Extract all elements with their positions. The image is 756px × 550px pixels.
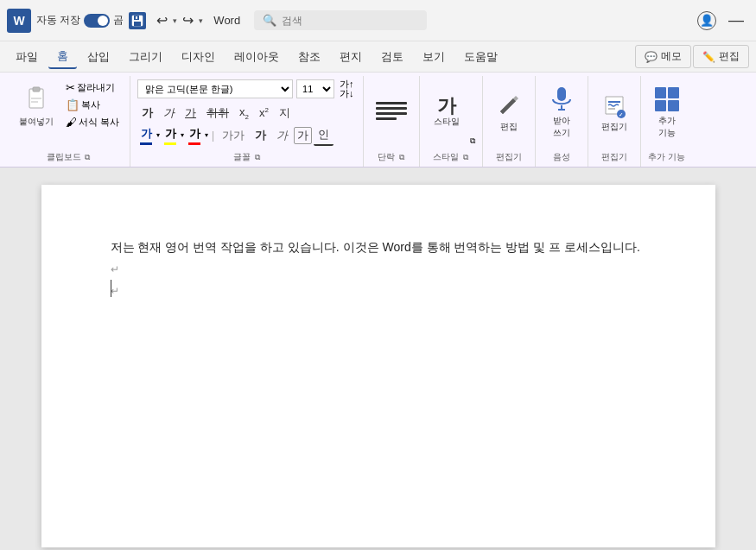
font-name-select[interactable]: 맑은 고딕(본문 한글) <box>137 79 293 98</box>
user-icon[interactable]: 👤 <box>697 11 716 30</box>
document-text[interactable]: 저는 현재 영어 번역 작업을 하고 있습니다. 이것은 Word를 통해 번역… <box>111 237 646 302</box>
svg-rect-2 <box>134 22 141 26</box>
edit-button[interactable]: 편집 <box>490 88 528 136</box>
text-style1-button[interactable]: 가가 <box>218 126 249 145</box>
svg-rect-3 <box>136 16 137 19</box>
microphone-icon <box>548 85 575 113</box>
autosave-toggle[interactable] <box>84 14 110 28</box>
app-title: Word <box>213 14 240 27</box>
undo-dropdown[interactable]: ▾ <box>171 15 179 27</box>
text-style2-button[interactable]: 가 <box>251 126 270 145</box>
toggle-label: 곰 <box>113 13 124 28</box>
save-button[interactable] <box>129 12 146 29</box>
svg-rect-6 <box>31 98 41 99</box>
paragraph-expand-icon[interactable]: ⧉ <box>399 153 404 161</box>
pilcrow-1: ↵ <box>111 263 119 275</box>
redo-dropdown[interactable]: ▾ <box>197 15 205 27</box>
text-color-button[interactable]: 가 <box>186 125 203 146</box>
svg-rect-9 <box>376 107 407 110</box>
menu-bar: 파일 홈 삽입 그리기 디자인 레이아웃 참조 편지 검토 보기 도움말 💬 메… <box>0 41 756 73</box>
bold-button[interactable]: 가 <box>137 104 157 123</box>
search-input[interactable] <box>282 15 418 27</box>
subscript-button[interactable]: x2 <box>235 103 253 123</box>
menu-layout[interactable]: 레이아웃 <box>226 46 288 68</box>
voice-group: 받아쓰기 음성 <box>536 76 588 167</box>
font-expand-icon[interactable]: ⧉ <box>255 153 260 161</box>
svg-rect-18 <box>668 87 679 98</box>
menu-references[interactable]: 참조 <box>289 46 329 68</box>
editor-button[interactable]: ✓ 편집기 <box>595 88 633 136</box>
underline-button[interactable]: 가 <box>181 104 200 123</box>
menu-design[interactable]: 디자인 <box>173 46 224 68</box>
voice-button[interactable]: 받아쓰기 <box>543 82 581 142</box>
font-size-down[interactable]: 가↓ <box>338 89 356 98</box>
ribbon: 붙여넣기 ✂ 잘라내기 📋 복사 🖌 서식 복사 클립보드 ⧉ <box>0 73 756 168</box>
svg-rect-7 <box>31 101 38 103</box>
svg-rect-19 <box>655 100 666 111</box>
svg-rect-10 <box>376 112 407 115</box>
format-painter-button[interactable]: 🖌 서식 복사 <box>62 114 123 130</box>
comment-icon: 💬 <box>645 51 658 63</box>
text-cursor <box>111 280 111 297</box>
clipboard-label: 클립보드 ⧉ <box>14 149 123 167</box>
superscript-button[interactable]: x2 <box>255 104 273 123</box>
minimize-button[interactable]: — <box>723 11 749 29</box>
svg-rect-12 <box>557 87 566 101</box>
undo-redo-group: ↩ ▾ ↪ ▾ <box>155 10 205 30</box>
text-color-icon: 가 <box>189 126 200 142</box>
styles-label-bottom: 스타일 ⧉ <box>427 149 475 167</box>
menu-draw[interactable]: 그리기 <box>120 46 171 68</box>
clear-format-button[interactable]: 지 <box>275 104 295 123</box>
menu-review[interactable]: 검토 <box>372 46 412 68</box>
highlight-button[interactable]: 가 <box>162 125 179 146</box>
strikethrough-button[interactable]: 취취 <box>202 104 233 123</box>
paragraph-label: 단락 ⧉ <box>371 149 412 167</box>
menu-mailings[interactable]: 편지 <box>331 46 371 68</box>
menu-view[interactable]: 보기 <box>414 46 454 68</box>
scissors-icon: ✂ <box>66 81 75 94</box>
border-button[interactable]: 인 <box>314 125 334 146</box>
addfeature-button[interactable]: 추가기능 <box>648 82 686 142</box>
undo-button[interactable]: ↩ <box>155 10 169 30</box>
font-size-select[interactable]: 11 <box>296 79 334 98</box>
font-color-dropdown[interactable]: ▾ <box>156 131 160 139</box>
autosave-label: 자동 저장 <box>36 13 80 28</box>
styles-button[interactable]: 가 스타일 <box>427 93 467 131</box>
edit-mode-button[interactable]: ✏️ 편집 <box>693 45 749 68</box>
cut-button[interactable]: ✂ 잘라내기 <box>62 79 123 96</box>
font-label: 글꼴 ⧉ <box>137 149 356 167</box>
menu-home[interactable]: 홈 <box>48 45 77 69</box>
highlight-icon: 가 <box>165 126 176 142</box>
paragraph-1[interactable]: 저는 현재 영어 번역 작업을 하고 있습니다. 이것은 Word를 통해 번역… <box>111 237 646 280</box>
svg-rect-5 <box>33 87 40 92</box>
text-color-dropdown[interactable]: ▾ <box>205 131 208 139</box>
clipboard-group: 붙여넣기 ✂ 잘라내기 📋 복사 🖌 서식 복사 클립보드 ⧉ <box>7 76 130 167</box>
clipboard-small-actions: ✂ 잘라내기 📋 복사 🖌 서식 복사 <box>62 79 123 130</box>
outline-button[interactable]: 가 <box>294 127 312 144</box>
styles-group: 가 스타일 ⧉ 스타일 ⧉ <box>420 76 483 167</box>
menu-file[interactable]: 파일 <box>7 46 47 68</box>
text-style3-button[interactable]: 가 <box>272 126 292 145</box>
copy-button[interactable]: 📋 복사 <box>62 97 123 113</box>
redo-button[interactable]: ↪ <box>181 10 195 30</box>
search-box[interactable]: 🔍 <box>254 10 427 30</box>
comment-button[interactable]: 💬 메모 <box>635 45 691 68</box>
menu-help[interactable]: 도움말 <box>455 46 506 68</box>
document-page[interactable]: 저는 현재 영어 번역 작업을 하고 있습니다. 이것은 Word를 통해 번역… <box>41 185 715 547</box>
paste-button[interactable]: 붙여넣기 <box>14 79 59 131</box>
edit-group: 편집 편집기 <box>483 76 536 167</box>
edit-label: 편집 <box>500 121 518 133</box>
styles-expand-btn[interactable]: ⧉ <box>470 136 475 146</box>
styles-expand-icon[interactable]: ⧉ <box>463 153 468 161</box>
clipboard-content: 붙여넣기 ✂ 잘라내기 📋 복사 🖌 서식 복사 <box>14 76 123 149</box>
clipboard-expand-icon[interactable]: ⧉ <box>85 153 90 161</box>
font-color-row: 가 ▾ 가 ▾ 가 ▾ | 가가 가 가 가 인 <box>137 125 334 146</box>
word-logo: W <box>7 9 31 33</box>
paste-label: 붙여넣기 <box>19 116 54 128</box>
font-color-button[interactable]: 가 <box>137 125 155 146</box>
menu-insert[interactable]: 삽입 <box>79 46 118 68</box>
highlight-dropdown[interactable]: ▾ <box>181 131 184 139</box>
title-bar: W 자동 저장 곰 ↩ ▾ ↪ ▾ Word 🔍 👤 — <box>0 0 756 41</box>
styles-label: 스타일 <box>434 116 460 128</box>
italic-button[interactable]: 가 <box>159 104 179 123</box>
